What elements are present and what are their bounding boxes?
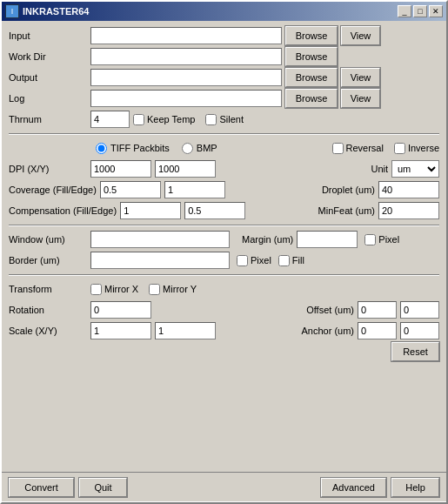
- silent-group: Silent: [205, 114, 244, 125]
- format-row: TIFF Packbits BMP Reversal Inverse: [9, 138, 439, 158]
- main-window: I INKRASTER64 _ □ ✕ Input Browse View Wo…: [0, 0, 448, 504]
- border-row: Border (um) Pixel Fill: [9, 251, 439, 270]
- border-fill-group: Fill: [278, 255, 304, 266]
- dpi-row: DPI (X/Y) Unit um mm in: [9, 159, 439, 178]
- droplet-label: Droplet (um): [322, 185, 375, 195]
- anchor-y-field[interactable]: [400, 322, 439, 339]
- offset-y-field[interactable]: [400, 301, 439, 319]
- convert-button[interactable]: Convert: [9, 478, 74, 497]
- log-field[interactable]: [90, 90, 282, 107]
- divider-2: [9, 225, 439, 225]
- output-field[interactable]: [90, 69, 282, 86]
- border-label: Border (um): [9, 255, 87, 265]
- dpi-label: DPI (X/Y): [9, 164, 87, 174]
- main-content: Input Browse View Work Dir Browse Output…: [2, 21, 446, 472]
- mirror-x-checkbox[interactable]: [90, 284, 102, 295]
- compensation-edge-field[interactable]: [184, 202, 245, 219]
- mirror-x-group: Mirror X: [90, 284, 138, 295]
- tiff-radio[interactable]: [96, 143, 107, 154]
- window-label: Window (um): [9, 234, 87, 245]
- bmp-radio-group: BMP: [182, 143, 217, 154]
- scale-label: Scale (X/Y): [9, 326, 87, 336]
- footer: Convert Quit Advanced Help: [2, 472, 446, 502]
- workdir-field[interactable]: [90, 48, 282, 65]
- bmp-radio[interactable]: [182, 143, 193, 154]
- log-browse-button[interactable]: Browse: [285, 89, 338, 108]
- border-pixel-label: Pixel: [251, 255, 271, 265]
- coverage-row: Coverage (Fill/Edge) Droplet (um): [9, 180, 439, 199]
- keep-temp-checkbox[interactable]: [133, 114, 144, 125]
- anchor-label: Anchor (um): [301, 326, 354, 336]
- rotation-label: Rotation: [9, 305, 87, 315]
- offset-label: Offset (um): [306, 305, 354, 315]
- input-browse-button[interactable]: Browse: [285, 26, 338, 45]
- inverse-checkbox[interactable]: [394, 143, 405, 154]
- workdir-label: Work Dir: [9, 51, 87, 62]
- offset-x-field[interactable]: [358, 301, 397, 319]
- border-fill-checkbox[interactable]: [278, 255, 290, 266]
- border-field[interactable]: [90, 252, 230, 269]
- transform-row: Transform Mirror X Mirror Y: [9, 279, 439, 299]
- input-field[interactable]: [90, 27, 282, 44]
- reversal-checkbox[interactable]: [332, 143, 344, 154]
- help-button[interactable]: Help: [391, 478, 439, 497]
- mirror-y-label: Mirror Y: [163, 284, 197, 294]
- window-pixel-group: Pixel: [364, 234, 399, 245]
- maximize-button[interactable]: □: [413, 5, 427, 17]
- border-pixel-checkbox[interactable]: [237, 255, 248, 266]
- rotation-field[interactable]: [90, 301, 151, 319]
- rotation-row: Rotation Offset (um): [9, 300, 439, 319]
- close-button[interactable]: ✕: [429, 5, 443, 17]
- coverage-label: Coverage (Fill/Edge): [9, 185, 97, 195]
- silent-checkbox[interactable]: [205, 114, 217, 125]
- inverse-group: Inverse: [394, 143, 439, 154]
- mirror-x-label: Mirror X: [104, 284, 138, 294]
- quit-button[interactable]: Quit: [79, 478, 127, 497]
- window-title: INKRASTER64: [23, 6, 89, 17]
- input-row: Input Browse View: [9, 26, 439, 45]
- divider-1: [9, 133, 439, 134]
- window-controls: _ □ ✕: [398, 5, 443, 17]
- output-browse-button[interactable]: Browse: [285, 68, 338, 87]
- workdir-row: Work Dir Browse: [9, 47, 439, 66]
- coverage-edge-field[interactable]: [164, 181, 225, 198]
- thrnum-field[interactable]: [90, 111, 130, 128]
- dpi-y-field[interactable]: [155, 160, 216, 178]
- compensation-label: Compensation (Fill/Edge): [9, 205, 117, 216]
- keep-temp-group: Keep Temp: [133, 114, 195, 125]
- app-icon: I: [5, 4, 19, 18]
- mirror-y-checkbox[interactable]: [149, 284, 160, 295]
- window-pixel-checkbox[interactable]: [364, 234, 376, 245]
- coverage-fill-field[interactable]: [100, 181, 161, 198]
- workdir-browse-button[interactable]: Browse: [285, 47, 338, 66]
- minfeat-field[interactable]: [378, 202, 439, 219]
- mirror-y-group: Mirror Y: [149, 284, 197, 295]
- output-view-button[interactable]: View: [341, 68, 380, 87]
- title-bar: I INKRASTER64 _ □ ✕: [2, 2, 446, 21]
- minimize-button[interactable]: _: [398, 5, 411, 17]
- silent-label: Silent: [219, 114, 244, 124]
- log-label: Log: [9, 93, 87, 104]
- advanced-button[interactable]: Advanced: [321, 478, 386, 497]
- window-field[interactable]: [90, 231, 230, 248]
- keep-temp-label: Keep Temp: [147, 114, 195, 124]
- droplet-field[interactable]: [378, 181, 439, 198]
- scale-y-field[interactable]: [155, 322, 216, 339]
- minfeat-label: MinFeat (um): [318, 205, 375, 216]
- border-pixel-group: Pixel: [237, 255, 271, 266]
- scale-x-field[interactable]: [90, 322, 151, 339]
- dpi-x-field[interactable]: [90, 160, 151, 178]
- inverse-label: Inverse: [408, 143, 439, 153]
- compensation-row: Compensation (Fill/Edge) MinFeat (um): [9, 201, 439, 220]
- reset-button[interactable]: Reset: [391, 342, 439, 361]
- margin-field[interactable]: [297, 231, 358, 248]
- window-row: Window (um) Margin (um) Pixel: [9, 230, 439, 249]
- log-view-button[interactable]: View: [341, 89, 380, 108]
- unit-select[interactable]: um mm in: [391, 160, 439, 178]
- divider-3: [9, 274, 439, 275]
- reset-row: Reset: [9, 342, 439, 361]
- scale-row: Scale (X/Y) Anchor (um): [9, 321, 439, 340]
- compensation-fill-field[interactable]: [120, 202, 181, 219]
- anchor-x-field[interactable]: [358, 322, 397, 339]
- input-view-button[interactable]: View: [341, 26, 380, 45]
